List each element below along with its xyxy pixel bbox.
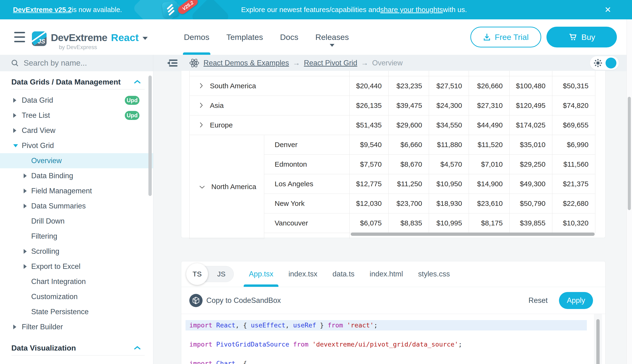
chevron-right-icon[interactable] bbox=[13, 324, 16, 329]
pivot-value-cell: $34,550 bbox=[429, 116, 469, 135]
chevron-right-icon[interactable] bbox=[24, 249, 27, 254]
code-token bbox=[289, 341, 293, 348]
chevron-right-icon[interactable] bbox=[24, 174, 27, 178]
share-thoughts-link[interactable]: share your thoughts bbox=[380, 6, 443, 14]
pivot-horizontal-scrollbar[interactable] bbox=[351, 232, 595, 236]
nav-item-docs[interactable]: Docs bbox=[280, 19, 298, 55]
brand-logo[interactable]: JS DevExtreme React by DevExpress bbox=[32, 27, 148, 50]
page-scrollbar[interactable] bbox=[628, 97, 631, 210]
sidebar-item-card-view[interactable]: Card View bbox=[0, 123, 153, 138]
pivot-value-cell: $10,950 bbox=[429, 174, 469, 194]
breadcrumb-link-pivot-grid[interactable]: React Pivot Grid bbox=[304, 59, 357, 67]
pivot-group-cell[interactable]: Asia bbox=[189, 96, 350, 116]
tab-index-html[interactable]: index.html bbox=[370, 261, 403, 287]
sidebar: Data Grids / Data ManagementData GridUpd… bbox=[0, 71, 153, 364]
nav-item-releases[interactable]: Releases bbox=[315, 19, 349, 55]
sidebar-item-label: Customization bbox=[31, 292, 78, 301]
tab-index-tsx[interactable]: index.tsx bbox=[288, 261, 317, 287]
tab-app-tsx[interactable]: App.tsx bbox=[249, 261, 273, 287]
sidebar-item-overview[interactable]: Overview bbox=[0, 153, 153, 168]
apply-button[interactable]: Apply bbox=[559, 292, 593, 309]
pivot-value-cell: $39,855 bbox=[510, 214, 552, 233]
pivot-grid: South America$20,440$23,235$27,510$26,66… bbox=[189, 71, 595, 239]
sidebar-item-data-grid[interactable]: Data GridUpd bbox=[0, 93, 153, 108]
chevron-right-icon[interactable] bbox=[24, 264, 27, 269]
free-trial-button[interactable]: Free Trial bbox=[470, 27, 541, 48]
pivot-value-cell: $14,900 bbox=[469, 174, 510, 194]
pivot-value-cell bbox=[469, 71, 510, 76]
code-editor[interactable]: import React, { useEffect, useRef } from… bbox=[181, 314, 605, 364]
tab-data-ts[interactable]: data.ts bbox=[333, 261, 354, 287]
sidebar-item-label: Drill Down bbox=[31, 217, 65, 226]
language-alt-label[interactable]: JS bbox=[217, 266, 226, 282]
pivot-value-cell: $50,790 bbox=[510, 194, 552, 214]
sidebar-item-label: Card View bbox=[22, 126, 55, 135]
sidebar-item-field-management[interactable]: Field Management bbox=[0, 184, 153, 198]
sidebar-item-state-persistence[interactable]: State Persistence bbox=[0, 304, 153, 320]
sidebar-item-chart-integration[interactable]: Chart Integration bbox=[0, 274, 153, 289]
sidebar-item-label: Pivot Grid bbox=[22, 142, 54, 150]
pivot-value-cell: $6,660 bbox=[388, 135, 429, 154]
codesandbox-icon[interactable] bbox=[189, 294, 202, 307]
language-toggle[interactable]: TS JS bbox=[187, 266, 234, 282]
chevron-right-icon[interactable] bbox=[13, 113, 16, 118]
sidebar-item-tree-list[interactable]: Tree ListUpd bbox=[0, 108, 153, 123]
sidebar-item-scrolling[interactable]: Scrolling bbox=[0, 244, 153, 259]
chevron-right-icon[interactable] bbox=[24, 188, 27, 193]
breadcrumb-link-demos[interactable]: React Demos & Examples bbox=[203, 59, 289, 67]
nav-item-templates[interactable]: Templates bbox=[227, 19, 263, 55]
pivot-value-cell: $26,660 bbox=[469, 76, 510, 96]
download-icon bbox=[483, 33, 491, 41]
search-input[interactable]: Search by name... bbox=[0, 55, 153, 71]
sidebar-item-export-to-excel[interactable]: Export to Excel bbox=[0, 259, 153, 274]
pivot-group-cell[interactable]: Europe bbox=[189, 116, 350, 135]
pivot-value-cell: $29,600 bbox=[388, 116, 429, 135]
hamburger-menu-icon[interactable] bbox=[14, 32, 25, 42]
sidebar-item-drill-down[interactable]: Drill Down bbox=[0, 214, 153, 229]
sidebar-section-data-visualization[interactable]: Data Visualization bbox=[0, 341, 153, 355]
chevron-right-icon[interactable] bbox=[13, 128, 16, 133]
sidebar-section-data-grids-data-management[interactable]: Data Grids / Data Management bbox=[0, 74, 153, 89]
sidebar-item-label: Chart Integration bbox=[31, 277, 86, 286]
expand-chevron-icon[interactable] bbox=[199, 122, 204, 128]
tab-styles-css[interactable]: styles.css bbox=[418, 261, 450, 287]
code-scrollbar[interactable] bbox=[596, 319, 600, 364]
chevron-down-icon[interactable] bbox=[13, 144, 18, 147]
theme-toggle[interactable] bbox=[590, 56, 619, 70]
chevron-right-icon[interactable] bbox=[24, 204, 27, 208]
sun-icon bbox=[593, 58, 603, 68]
sidebar-item-pivot-grid[interactable]: Pivot Grid bbox=[0, 138, 153, 153]
buy-button[interactable]: Buy bbox=[546, 27, 617, 48]
collapse-sidebar-icon[interactable] bbox=[167, 59, 177, 67]
sidebar-item-filtering[interactable]: Filtering bbox=[0, 229, 153, 244]
close-icon[interactable]: ✕ bbox=[604, 0, 611, 19]
banner-message-post: with us. bbox=[443, 6, 467, 14]
banner-release-rest: is now available. bbox=[72, 6, 122, 14]
breadcrumb-current: Overview bbox=[372, 59, 403, 67]
sidebar-scrollbar[interactable] bbox=[148, 76, 152, 196]
banner-version-link[interactable]: DevExtreme v25.2 bbox=[13, 6, 72, 14]
pivot-group-cell[interactable]: South America bbox=[189, 76, 350, 96]
collapse-chevron-icon[interactable] bbox=[199, 185, 205, 190]
copy-to-codesandbox-label[interactable]: Copy to CodeSandBox bbox=[206, 296, 281, 305]
sidebar-item-filter-builder[interactable]: Filter Builder bbox=[0, 320, 153, 334]
expand-chevron-icon[interactable] bbox=[199, 82, 204, 89]
banner-message-pre: Explore our newest features/capabilities… bbox=[241, 6, 380, 14]
pivot-value-cell: $23,235 bbox=[388, 76, 429, 96]
pivot-value-cell: $12,775 bbox=[350, 174, 388, 194]
chevron-right-icon[interactable] bbox=[13, 98, 16, 103]
pivot-group-cell[interactable]: North America bbox=[189, 135, 264, 239]
language-toggle-knob[interactable]: TS bbox=[186, 263, 208, 285]
nav-item-demos[interactable]: Demos bbox=[184, 19, 209, 55]
sidebar-item-data-binding[interactable]: Data Binding bbox=[0, 168, 153, 184]
reset-button[interactable]: Reset bbox=[528, 296, 548, 305]
pivot-city-cell: New York bbox=[264, 194, 350, 214]
sidebar-item-data-summaries[interactable]: Data Summaries bbox=[0, 198, 153, 214]
code-token: useRef bbox=[293, 322, 316, 329]
sidebar-item-customization[interactable]: Customization bbox=[0, 289, 153, 304]
expand-chevron-icon[interactable] bbox=[199, 102, 204, 108]
chevron-down-icon[interactable] bbox=[142, 37, 148, 40]
search-icon bbox=[11, 59, 19, 67]
theme-toggle-knob[interactable] bbox=[605, 58, 616, 68]
framework-selector[interactable]: React bbox=[111, 32, 139, 44]
